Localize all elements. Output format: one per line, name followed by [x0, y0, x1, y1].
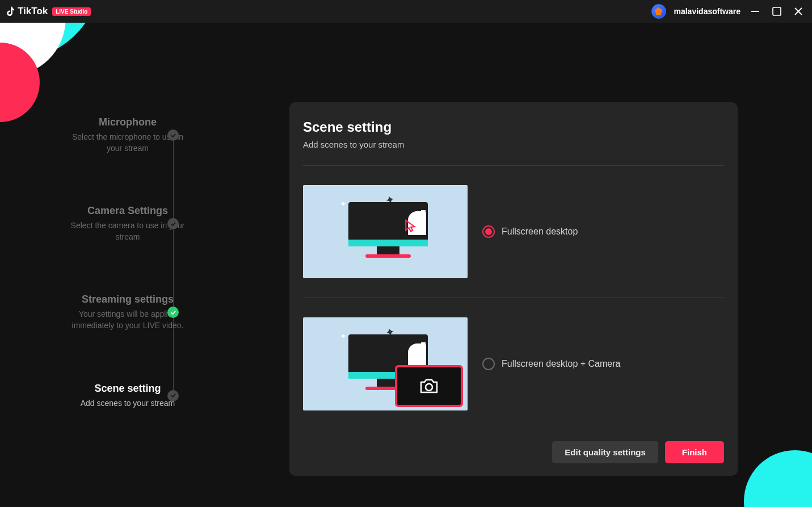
step-title: Microphone	[68, 116, 187, 128]
avatar[interactable]	[651, 4, 666, 19]
username: malavidasoftware	[674, 7, 741, 16]
current-step-icon	[167, 390, 179, 401]
step-scene: Scene setting Add scenes to your stream	[28, 383, 193, 409]
radio-selected-icon	[482, 225, 495, 238]
radio-unselected-icon	[482, 358, 495, 370]
scene-option-fullscreen[interactable]: ✦ ✦ Fullscr	[303, 166, 724, 298]
radio-label: Fullscreen desktop	[502, 227, 578, 237]
card-footer: Edit quality settings Finish	[303, 441, 724, 463]
brand-text: TikTok	[18, 6, 48, 17]
radio-fullscreen-camera[interactable]: Fullscreen desktop + Camera	[482, 358, 620, 370]
brand-badge: LIVE Studio	[52, 7, 91, 16]
step-camera: Camera Settings Select the camera to use…	[28, 205, 193, 242]
step-streaming: Streaming settings Your settings will be…	[28, 294, 193, 331]
tiktok-logo: TikTok	[7, 6, 48, 17]
edit-quality-button[interactable]: Edit quality settings	[552, 441, 658, 463]
radio-fullscreen[interactable]: Fullscreen desktop	[482, 225, 578, 238]
camera-icon	[395, 365, 463, 407]
svg-rect-0	[751, 11, 759, 12]
step-title: Camera Settings	[68, 205, 187, 217]
stepper: Microphone Select the microphone to use …	[0, 23, 193, 507]
check-icon	[167, 218, 179, 229]
close-button[interactable]	[792, 5, 805, 18]
step-title: Streaming settings	[68, 294, 187, 305]
check-icon	[167, 307, 179, 318]
scene-option-fullscreen-camera[interactable]: ✦ ✦	[303, 298, 724, 430]
radio-label: Fullscreen desktop + Camera	[502, 359, 620, 369]
finish-button[interactable]: Finish	[665, 441, 724, 463]
card-subtitle: Add scenes to your stream	[303, 140, 724, 149]
card-title: Scene setting	[303, 119, 724, 135]
check-icon	[167, 129, 179, 141]
scene-settings-card: Scene setting Add scenes to your stream …	[289, 102, 738, 476]
titlebar-right: malavidasoftware	[651, 4, 806, 19]
svg-rect-1	[773, 7, 781, 15]
scene-thumb-fullscreen-camera-icon: ✦ ✦	[303, 317, 468, 410]
main-content: Microphone Select the microphone to use …	[0, 23, 812, 507]
brand: TikTok LIVE Studio	[7, 6, 91, 17]
titlebar: TikTok LIVE Studio malavidasoftware	[0, 0, 812, 23]
step-microphone: Microphone Select the microphone to use …	[28, 116, 193, 154]
maximize-button[interactable]	[770, 5, 784, 18]
svg-point-2	[426, 384, 432, 391]
scene-thumb-fullscreen-icon: ✦ ✦	[303, 185, 468, 278]
minimize-button[interactable]	[748, 5, 762, 18]
step-line	[173, 131, 174, 397]
